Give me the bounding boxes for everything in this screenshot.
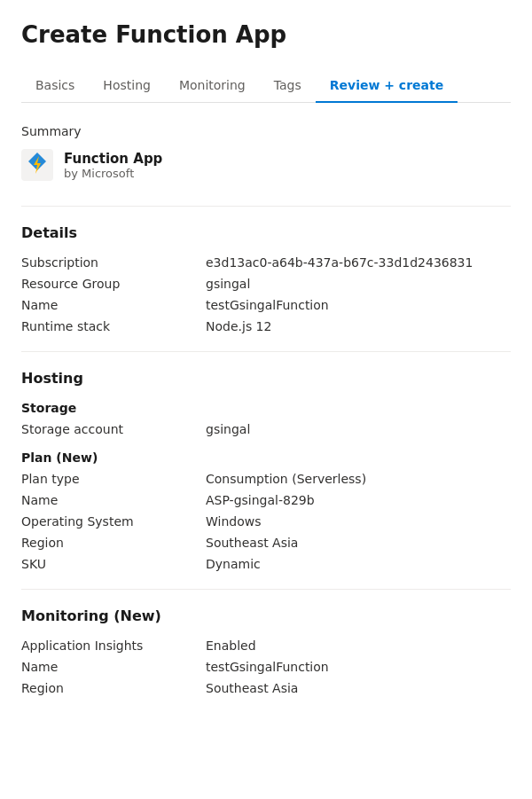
detail-row-runtime-stack: Runtime stack Node.js 12: [21, 319, 511, 333]
detail-row-storage-account: Storage account gsingal: [21, 422, 511, 436]
page-title: Create Function App: [21, 21, 511, 48]
detail-row-plan-name: Name ASP-gsingal-829b: [21, 493, 511, 507]
detail-label-monitoring-region: Region: [21, 681, 199, 695]
function-app-card: Function App by Microsoft: [21, 149, 511, 181]
detail-row-region: Region Southeast Asia: [21, 536, 511, 550]
detail-value-app-insights: Enabled: [206, 638, 511, 653]
storage-sub-title: Storage: [21, 401, 511, 415]
detail-row-resource-group: Resource Group gsingal: [21, 277, 511, 291]
detail-value-name: testGsingalFunction: [206, 298, 511, 312]
detail-label-resource-group: Resource Group: [21, 277, 199, 291]
detail-row-sku: SKU Dynamic: [21, 557, 511, 571]
divider-hosting: [21, 351, 511, 352]
monitoring-section-title: Monitoring (New): [21, 607, 511, 624]
detail-label-operating-system: Operating System: [21, 514, 199, 529]
summary-section: Summary Function App by Microsoft: [21, 124, 511, 181]
detail-label-region: Region: [21, 536, 199, 550]
function-app-icon: [21, 149, 53, 181]
tab-tags[interactable]: Tags: [260, 69, 316, 103]
detail-row-monitoring-name: Name testGsingalFunction: [21, 660, 511, 674]
divider-monitoring: [21, 589, 511, 590]
detail-value-operating-system: Windows: [206, 514, 511, 529]
tab-monitoring[interactable]: Monitoring: [165, 69, 260, 103]
detail-row-app-insights: Application Insights Enabled: [21, 638, 511, 653]
detail-label-monitoring-name: Name: [21, 660, 199, 674]
tab-basics[interactable]: Basics: [21, 69, 89, 103]
details-section-title: Details: [21, 224, 511, 241]
detail-value-plan-type: Consumption (Serverless): [206, 472, 511, 486]
function-app-name: Function App: [64, 151, 162, 167]
detail-row-operating-system: Operating System Windows: [21, 514, 511, 529]
detail-value-resource-group: gsingal: [206, 277, 511, 291]
detail-value-monitoring-name: testGsingalFunction: [206, 660, 511, 674]
function-app-by: by Microsoft: [64, 167, 162, 180]
plan-sub-title: Plan (New): [21, 450, 511, 465]
tab-hosting[interactable]: Hosting: [89, 69, 165, 103]
detail-value-runtime-stack: Node.js 12: [206, 319, 511, 333]
hosting-section: Hosting Storage Storage account gsingal …: [21, 370, 511, 571]
detail-row-monitoring-region: Region Southeast Asia: [21, 681, 511, 695]
details-section: Details Subscription e3d13ac0-a64b-437a-…: [21, 224, 511, 333]
hosting-section-title: Hosting: [21, 370, 511, 387]
detail-row-name: Name testGsingalFunction: [21, 298, 511, 312]
detail-value-subscription: e3d13ac0-a64b-437a-b67c-33d1d2436831: [206, 255, 511, 270]
detail-label-plan-type: Plan type: [21, 472, 199, 486]
detail-value-monitoring-region: Southeast Asia: [206, 681, 511, 695]
detail-label-subscription: Subscription: [21, 255, 199, 270]
detail-value-sku: Dynamic: [206, 557, 511, 571]
detail-label-name: Name: [21, 298, 199, 312]
detail-row-plan-type: Plan type Consumption (Serverless): [21, 472, 511, 486]
monitoring-section: Monitoring (New) Application Insights En…: [21, 607, 511, 695]
detail-value-storage-account: gsingal: [206, 422, 511, 436]
detail-label-app-insights: Application Insights: [21, 638, 199, 653]
detail-value-region: Southeast Asia: [206, 536, 511, 550]
detail-label-storage-account: Storage account: [21, 422, 199, 436]
divider-details: [21, 206, 511, 207]
detail-label-runtime-stack: Runtime stack: [21, 319, 199, 333]
detail-label-sku: SKU: [21, 557, 199, 571]
summary-label: Summary: [21, 124, 511, 138]
detail-row-subscription: Subscription e3d13ac0-a64b-437a-b67c-33d…: [21, 255, 511, 270]
function-app-info: Function App by Microsoft: [64, 151, 162, 180]
tab-review-create[interactable]: Review + create: [316, 69, 458, 103]
tab-bar: Basics Hosting Monitoring Tags Review + …: [21, 69, 511, 103]
detail-value-plan-name: ASP-gsingal-829b: [206, 493, 511, 507]
detail-label-plan-name: Name: [21, 493, 199, 507]
